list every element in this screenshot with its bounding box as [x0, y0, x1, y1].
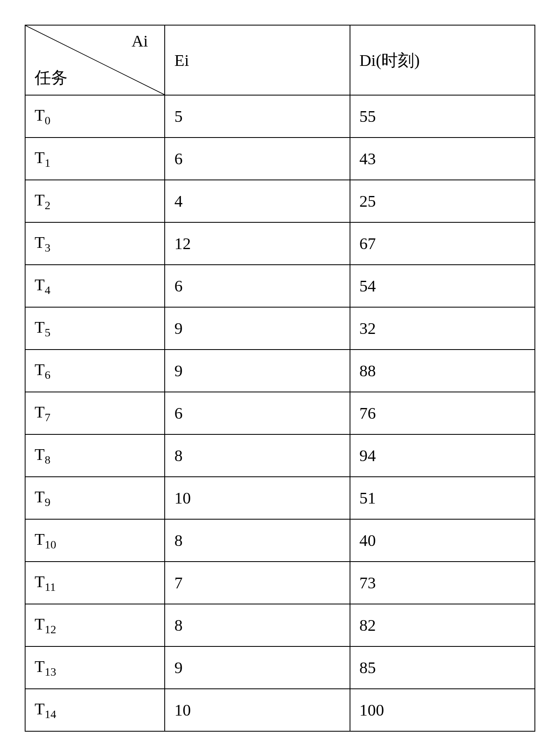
di-cell: 43: [350, 138, 535, 180]
task-label-base: T: [35, 445, 44, 464]
task-cell: T6: [25, 350, 165, 392]
diag-header-top: Ai: [131, 31, 148, 51]
task-parameters-table: Ai 任务 Ei Di(时刻) T0555T1643T2425T31267T46…: [25, 25, 535, 732]
di-cell: 85: [350, 646, 535, 689]
column-header-ei: Ei: [165, 25, 350, 95]
di-cell: 100: [350, 689, 535, 731]
task-label: T11: [35, 572, 56, 591]
di-cell: 54: [350, 265, 535, 307]
task-label-base: T: [35, 657, 44, 676]
task-label: T5: [35, 318, 50, 336]
task-label-subscript: 4: [44, 284, 50, 296]
table-row: T4654: [25, 265, 535, 307]
task-label-base: T: [35, 106, 44, 124]
task-label-base: T: [35, 572, 44, 591]
task-cell: T5: [25, 307, 165, 350]
task-label-subscript: 10: [44, 538, 56, 551]
di-cell: 55: [350, 95, 535, 138]
task-label-base: T: [35, 530, 44, 548]
table-row: T2425: [25, 180, 535, 222]
table-row: T31267: [25, 222, 535, 265]
diagonal-header-cell: Ai 任务: [25, 25, 165, 95]
task-cell: T0: [25, 95, 165, 138]
task-label: T8: [35, 445, 50, 464]
task-label-subscript: 2: [44, 199, 50, 212]
ei-cell: 12: [165, 222, 350, 265]
ei-cell: 4: [165, 180, 350, 222]
task-cell: T4: [25, 265, 165, 307]
ei-cell: 9: [165, 307, 350, 350]
ei-cell: 6: [165, 138, 350, 180]
ei-cell: 6: [165, 392, 350, 434]
task-label: T2: [35, 191, 50, 209]
task-label-base: T: [35, 148, 44, 167]
ei-cell: 5: [165, 95, 350, 138]
task-label-subscript: 5: [44, 326, 50, 339]
task-label-subscript: 1: [44, 156, 50, 169]
task-label-base: T: [35, 360, 44, 379]
task-label: T12: [35, 615, 56, 633]
table-row: T7676: [25, 392, 535, 434]
ei-cell: 8: [165, 604, 350, 646]
task-cell: T8: [25, 434, 165, 477]
task-label-base: T: [35, 275, 44, 294]
task-label: T0: [35, 106, 50, 124]
table-row: T5932: [25, 307, 535, 350]
task-cell: T13: [25, 646, 165, 689]
task-cell: T9: [25, 477, 165, 519]
task-cell: T1: [25, 138, 165, 180]
di-cell: 51: [350, 477, 535, 519]
task-label-subscript: 12: [44, 623, 56, 636]
task-label-subscript: 7: [44, 411, 50, 424]
task-label-base: T: [35, 403, 44, 421]
table-row: T6988: [25, 350, 535, 392]
task-label-base: T: [35, 615, 44, 633]
task-cell: T7: [25, 392, 165, 434]
task-cell: T12: [25, 604, 165, 646]
table-row: T12882: [25, 604, 535, 646]
task-cell: T14: [25, 689, 165, 731]
di-cell: 67: [350, 222, 535, 265]
table-row: T13985: [25, 646, 535, 689]
task-label: T1: [35, 148, 50, 167]
table-header-row: Ai 任务 Ei Di(时刻): [25, 25, 535, 95]
task-cell: T11: [25, 562, 165, 604]
task-label: T14: [35, 700, 56, 718]
table-row: T0555: [25, 95, 535, 138]
table-row: T1643: [25, 138, 535, 180]
task-label-base: T: [35, 318, 44, 336]
di-cell: 32: [350, 307, 535, 350]
table-row: T10840: [25, 519, 535, 562]
task-label-base: T: [35, 700, 44, 718]
task-label-base: T: [35, 233, 44, 252]
task-label-base: T: [35, 191, 44, 209]
ei-cell: 10: [165, 477, 350, 519]
task-label: T13: [35, 657, 56, 676]
ei-cell: 10: [165, 689, 350, 731]
task-label-subscript: 14: [44, 708, 56, 721]
di-cell: 25: [350, 180, 535, 222]
task-label: T3: [35, 233, 50, 252]
task-label-subscript: 8: [44, 453, 50, 466]
di-cell: 88: [350, 350, 535, 392]
di-cell: 73: [350, 562, 535, 604]
task-label-subscript: 13: [44, 665, 56, 678]
di-cell: 76: [350, 392, 535, 434]
ei-cell: 6: [165, 265, 350, 307]
task-label: T6: [35, 360, 50, 379]
task-cell: T3: [25, 222, 165, 265]
ei-cell: 8: [165, 434, 350, 477]
task-label-subscript: 0: [44, 114, 50, 127]
task-label-subscript: 3: [44, 241, 50, 254]
di-cell: 40: [350, 519, 535, 562]
diag-header-bottom: 任务: [35, 66, 68, 89]
ei-cell: 9: [165, 350, 350, 392]
task-label-base: T: [35, 487, 44, 506]
table-row: T11773: [25, 562, 535, 604]
task-label-subscript: 9: [44, 496, 50, 508]
column-header-di: Di(时刻): [350, 25, 535, 95]
task-label: T4: [35, 275, 50, 294]
ei-cell: 9: [165, 646, 350, 689]
ei-cell: 7: [165, 562, 350, 604]
task-label: T9: [35, 487, 50, 506]
